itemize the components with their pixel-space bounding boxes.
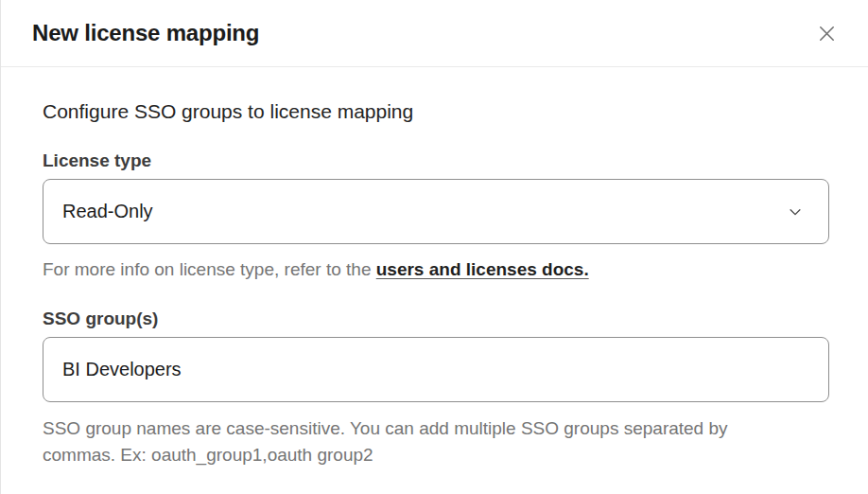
sso-groups-helper-text: SSO group names are case-sensitive. You … <box>43 415 752 468</box>
license-type-helper-prefix: For more info on license type, refer to … <box>43 259 376 279</box>
modal-body: Configure SSO groups to license mapping … <box>1 67 868 468</box>
modal-header: New license mapping <box>1 0 868 67</box>
section-heading: Configure SSO groups to license mapping <box>43 100 829 123</box>
users-and-licenses-docs-link[interactable]: users and licenses docs. <box>376 259 589 279</box>
sso-groups-input[interactable] <box>43 337 829 402</box>
license-type-helper-text: For more info on license type, refer to … <box>43 256 829 283</box>
sso-groups-field-group: SSO group(s) SSO group names are case-se… <box>43 309 829 468</box>
license-type-label: License type <box>43 150 829 171</box>
chevron-down-icon <box>787 203 804 221</box>
license-type-selected-value: Read-Only <box>62 201 153 222</box>
license-type-select[interactable]: Read-Only <box>43 179 829 244</box>
modal-title: New license mapping <box>32 20 259 46</box>
new-license-mapping-modal: New license mapping Configure SSO groups… <box>0 0 868 494</box>
close-button[interactable] <box>812 19 842 48</box>
close-icon[interactable] <box>816 23 838 44</box>
sso-groups-label: SSO group(s) <box>43 309 829 329</box>
license-type-field-group: License type Read-Only For more info on … <box>43 150 829 283</box>
